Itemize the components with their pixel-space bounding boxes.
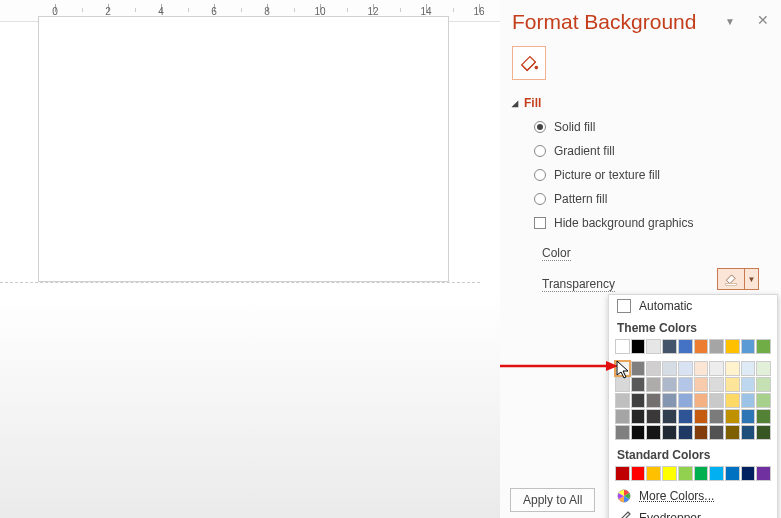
color-swatch[interactable]: [694, 466, 709, 481]
color-picker-popup: Automatic Theme Colors Standard Colors M…: [608, 294, 778, 518]
color-swatch[interactable]: [615, 393, 630, 408]
color-swatch[interactable]: [662, 409, 677, 424]
color-swatch[interactable]: [631, 409, 646, 424]
color-swatch[interactable]: [646, 425, 661, 440]
option-solid-fill[interactable]: Solid fill: [534, 120, 769, 134]
color-swatch[interactable]: [741, 425, 756, 440]
color-swatch[interactable]: [678, 339, 693, 354]
color-swatch[interactable]: [646, 361, 661, 376]
color-swatch[interactable]: [631, 339, 646, 354]
color-swatch[interactable]: [694, 393, 709, 408]
color-swatch[interactable]: [678, 361, 693, 376]
theme-colors-label: Theme Colors: [609, 317, 777, 339]
color-swatch[interactable]: [694, 339, 709, 354]
color-swatch[interactable]: [725, 409, 740, 424]
svg-rect-1: [726, 284, 737, 286]
radio-icon: [534, 121, 546, 133]
color-swatch[interactable]: [615, 377, 630, 392]
color-swatch[interactable]: [725, 339, 740, 354]
color-swatch[interactable]: [678, 377, 693, 392]
color-swatch[interactable]: [615, 466, 630, 481]
color-swatch[interactable]: [709, 393, 724, 408]
color-swatch[interactable]: [741, 377, 756, 392]
color-swatch[interactable]: [741, 339, 756, 354]
option-label: Solid fill: [554, 120, 595, 134]
color-swatch[interactable]: [646, 409, 661, 424]
automatic-color-row[interactable]: Automatic: [609, 295, 777, 317]
color-swatch[interactable]: [631, 393, 646, 408]
color-swatch[interactable]: [756, 339, 771, 354]
color-swatch[interactable]: [756, 466, 771, 481]
color-swatch[interactable]: [646, 393, 661, 408]
color-swatch[interactable]: [756, 393, 771, 408]
color-swatch[interactable]: [725, 466, 740, 481]
close-icon[interactable]: ✕: [757, 12, 769, 28]
paint-bucket-icon: [518, 52, 540, 74]
option-pattern-fill[interactable]: Pattern fill: [534, 192, 769, 206]
color-swatch[interactable]: [631, 425, 646, 440]
color-swatch[interactable]: [615, 425, 630, 440]
color-swatch[interactable]: [678, 466, 693, 481]
color-swatch[interactable]: [741, 361, 756, 376]
option-label: Pattern fill: [554, 192, 607, 206]
color-swatch[interactable]: [725, 393, 740, 408]
color-swatch[interactable]: [678, 393, 693, 408]
color-swatch[interactable]: [709, 409, 724, 424]
center-guide-horizontal: [0, 282, 480, 283]
more-colors-row[interactable]: More Colors...: [609, 485, 777, 507]
eyedropper-label: Eyedropper: [639, 511, 701, 518]
color-swatch[interactable]: [694, 409, 709, 424]
color-swatch[interactable]: [741, 409, 756, 424]
color-swatch[interactable]: [756, 409, 771, 424]
fill-color-button[interactable]: [717, 268, 745, 290]
color-swatch[interactable]: [662, 377, 677, 392]
apply-to-all-button[interactable]: Apply to All: [510, 488, 595, 512]
color-swatch[interactable]: [678, 425, 693, 440]
color-swatch[interactable]: [662, 425, 677, 440]
color-swatch[interactable]: [631, 466, 646, 481]
color-swatch[interactable]: [646, 466, 661, 481]
color-swatch[interactable]: [615, 361, 630, 376]
color-swatch[interactable]: [725, 361, 740, 376]
fill-color-dropdown[interactable]: ▼: [745, 268, 759, 290]
color-swatch[interactable]: [662, 393, 677, 408]
color-swatch[interactable]: [709, 361, 724, 376]
color-swatch[interactable]: [709, 425, 724, 440]
eyedropper-row[interactable]: Eyedropper: [609, 507, 777, 518]
color-swatch[interactable]: [615, 339, 630, 354]
theme-swatch-grid: [609, 339, 777, 444]
collapse-caret-icon: ◢: [512, 99, 518, 108]
color-swatch[interactable]: [646, 377, 661, 392]
color-swatch[interactable]: [741, 393, 756, 408]
option-picture-fill[interactable]: Picture or texture fill: [534, 168, 769, 182]
color-swatch[interactable]: [694, 361, 709, 376]
fill-section-header[interactable]: ◢ Fill: [512, 96, 769, 110]
option-gradient-fill[interactable]: Gradient fill: [534, 144, 769, 158]
color-swatch[interactable]: [646, 339, 661, 354]
color-swatch[interactable]: [756, 425, 771, 440]
color-swatch[interactable]: [756, 361, 771, 376]
panel-options-dropdown[interactable]: ▼: [725, 16, 735, 27]
color-swatch[interactable]: [631, 361, 646, 376]
color-swatch[interactable]: [725, 425, 740, 440]
color-swatch[interactable]: [678, 409, 693, 424]
color-swatch[interactable]: [709, 377, 724, 392]
color-swatch[interactable]: [694, 377, 709, 392]
color-swatch[interactable]: [662, 339, 677, 354]
color-swatch[interactable]: [709, 466, 724, 481]
color-swatch[interactable]: [756, 377, 771, 392]
color-swatch[interactable]: [662, 466, 677, 481]
color-swatch[interactable]: [709, 339, 724, 354]
slide[interactable]: [38, 16, 449, 282]
automatic-swatch-icon: [617, 299, 631, 313]
color-swatch[interactable]: [662, 361, 677, 376]
color-swatch[interactable]: [725, 377, 740, 392]
option-hide-graphics[interactable]: Hide background graphics: [534, 216, 769, 230]
more-colors-label: More Colors...: [639, 489, 714, 503]
color-swatch[interactable]: [615, 409, 630, 424]
color-swatch[interactable]: [741, 466, 756, 481]
color-swatch[interactable]: [631, 377, 646, 392]
fill-category-button[interactable]: [512, 46, 546, 80]
color-swatch[interactable]: [694, 425, 709, 440]
fill-section-label: Fill: [524, 96, 541, 110]
